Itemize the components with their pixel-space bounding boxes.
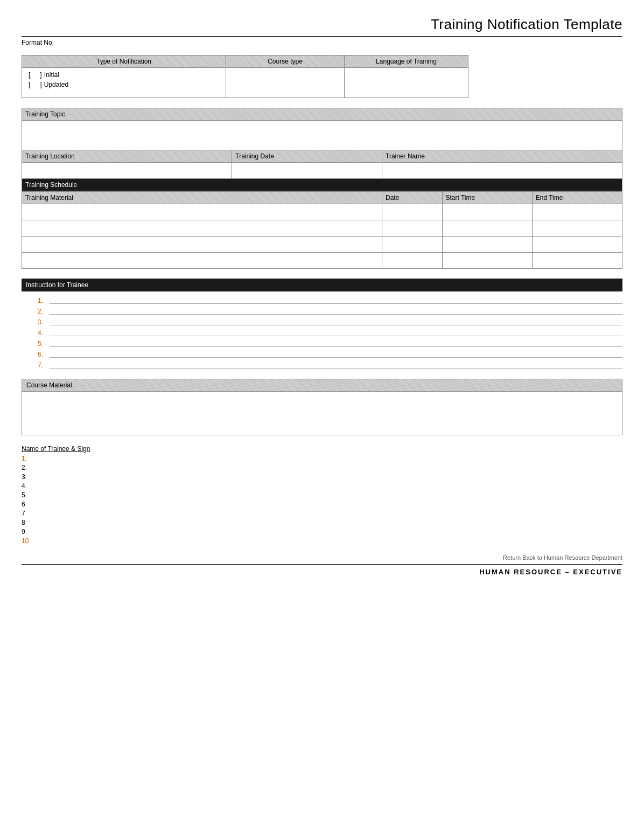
language-header: Language of Training (345, 55, 468, 68)
instruction-line-6 (50, 357, 622, 358)
trainee-item-5: 5. (22, 491, 622, 499)
notification-column: Type of Notification [ ] Initial [ ] Upd… (22, 55, 226, 98)
instruction-item-2: 2. (38, 308, 622, 315)
checkbox-space-1 (32, 71, 38, 79)
instruction-line-1 (50, 303, 622, 304)
training-topic-table: Training Topic Training Location Trainin… (22, 108, 622, 191)
instruction-line-3 (50, 325, 622, 325)
course-column: Course type (226, 55, 345, 98)
trainee-item-6: 6 (22, 501, 622, 508)
page-title: Training Notification Template (22, 16, 622, 33)
bracket-close-2: ] (40, 81, 41, 88)
schedule-table: Training Material Date Start Time End Ti… (22, 191, 622, 269)
checkbox-space-2 (32, 81, 38, 88)
bracket-open-1: [ (29, 71, 30, 79)
notification-body: [ ] Initial [ ] Updated (22, 68, 226, 98)
training-topic-value[interactable] (22, 121, 622, 150)
instruction-item-4: 4. (38, 329, 622, 337)
instruction-line-4 (50, 336, 622, 336)
trainee-item-7: 7 (22, 510, 622, 517)
training-schedule-header: Training Schedule (22, 179, 622, 191)
instruction-item-5: 5. (38, 340, 622, 348)
schedule-material-2[interactable] (22, 220, 382, 237)
schedule-start-3[interactable] (442, 237, 532, 253)
instruction-item-7: 7. (38, 362, 622, 369)
bracket-open-2: [ (29, 81, 30, 88)
instruction-num-7: 7. (38, 362, 47, 369)
return-note: Return Back to Human Resource Department (22, 554, 622, 561)
trainer-name-header: Trainer Name (382, 150, 622, 163)
trainee-item-9: 9 (22, 528, 622, 536)
trainee-section-header: Name of Trainee & Sign (22, 445, 622, 453)
schedule-material-1[interactable] (22, 204, 382, 220)
instruction-list: 1. 2. 3. 4. 5. 6. 7. (22, 297, 622, 369)
updated-label: Updated (44, 81, 68, 88)
schedule-start-1[interactable] (442, 204, 532, 220)
instruction-line-5 (50, 346, 622, 347)
schedule-start-2[interactable] (442, 220, 532, 237)
course-body (226, 68, 344, 98)
bracket-close-1: ] (40, 71, 41, 79)
instruction-line-7 (50, 368, 622, 369)
instruction-num-5: 5. (38, 340, 47, 348)
instruction-item-6: 6. (38, 351, 622, 358)
training-location-header: Training Location (22, 150, 232, 163)
trainer-name-value[interactable] (382, 163, 622, 179)
instruction-item-1: 1. (38, 297, 622, 304)
schedule-material-4[interactable] (22, 253, 382, 269)
initial-checkbox-row: [ ] Initial (26, 70, 221, 80)
trainee-item-10: 10 (22, 537, 622, 545)
schedule-end-4[interactable] (532, 253, 622, 269)
course-header: Course type (226, 55, 344, 68)
instruction-num-3: 3. (38, 318, 47, 326)
course-material-header: Course Material (22, 379, 622, 392)
trainee-item-1: 1. (22, 455, 622, 462)
schedule-end-3[interactable] (532, 237, 622, 253)
trainee-list: 1. 2. 3. 4. 5. 6 7 8 9 10 (22, 455, 622, 545)
initial-label: Initial (44, 71, 59, 79)
training-material-header: Training Material (22, 192, 382, 204)
schedule-date-4[interactable] (382, 253, 443, 269)
schedule-material-3[interactable] (22, 237, 382, 253)
language-body (345, 68, 468, 98)
training-date-header: Training Date (232, 150, 382, 163)
training-location-value[interactable] (22, 163, 232, 179)
instruction-num-1: 1. (38, 297, 47, 304)
schedule-date-3[interactable] (382, 237, 443, 253)
trainee-item-8: 8 (22, 519, 622, 526)
footer: HUMAN RESOURCE – EXECUTIVE (22, 564, 622, 576)
notification-header: Type of Notification (22, 55, 226, 68)
schedule-date-1[interactable] (382, 204, 443, 220)
trainee-item-3: 3. (22, 473, 622, 481)
updated-checkbox-row: [ ] Updated (26, 80, 221, 89)
schedule-start-4[interactable] (442, 253, 532, 269)
training-date-value[interactable] (232, 163, 382, 179)
schedule-end-2[interactable] (532, 220, 622, 237)
trainee-item-2: 2. (22, 464, 622, 471)
instruction-item-3: 3. (38, 318, 622, 326)
course-material-box: Course Material (22, 379, 622, 435)
instruction-header: Instruction for Trainee (22, 279, 622, 291)
training-topic-header: Training Topic (22, 108, 622, 121)
top-info-row: Type of Notification [ ] Initial [ ] Upd… (22, 55, 622, 98)
schedule-end-1[interactable] (532, 204, 622, 220)
format-no: Format No. (22, 36, 622, 46)
course-material-body[interactable] (22, 392, 622, 435)
start-time-col-header: Start Time (442, 192, 532, 204)
language-column: Language of Training (345, 55, 468, 98)
date-col-header: Date (382, 192, 443, 204)
instruction-num-6: 6. (38, 351, 47, 358)
schedule-date-2[interactable] (382, 220, 443, 237)
instruction-num-2: 2. (38, 308, 47, 315)
instruction-line-2 (50, 314, 622, 315)
training-info-section: Training Topic Training Location Trainin… (22, 108, 622, 191)
end-time-col-header: End Time (532, 192, 622, 204)
trainee-item-4: 4. (22, 482, 622, 490)
instruction-num-4: 4. (38, 329, 47, 337)
